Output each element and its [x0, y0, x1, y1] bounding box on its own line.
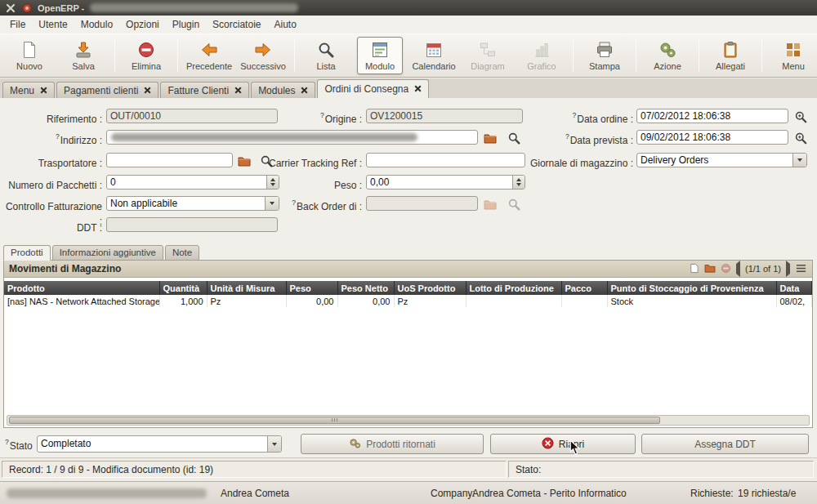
tab-fatture-clienti[interactable]: Fatture Clienti — [160, 82, 249, 98]
column-header-prodotto[interactable]: Prodotto — [4, 281, 159, 295]
open-folder-icon[interactable] — [483, 131, 498, 145]
cell-peso-netto: 0,00 — [337, 295, 394, 307]
column-header-quantita[interactable]: Quantità — [159, 281, 207, 295]
new-line-icon[interactable] — [689, 263, 699, 275]
tab-note[interactable]: Note — [165, 245, 199, 261]
stock-moves-table: Prodotto Quantità Unità di Misura Peso P… — [4, 281, 812, 307]
data-prevista-field[interactable] — [636, 130, 788, 145]
tab-close-icon[interactable] — [144, 85, 151, 96]
calendar-view-icon — [424, 40, 444, 60]
list-view-button[interactable]: Lista — [303, 37, 349, 74]
switch-view-icon[interactable] — [795, 263, 807, 275]
open-line-icon[interactable] — [704, 263, 716, 274]
calendar-view-button[interactable]: Calendario — [411, 37, 457, 74]
toolbar-separator — [761, 39, 762, 72]
previous-icon — [199, 40, 219, 60]
toolbar-separator — [573, 39, 574, 72]
close-window-icon[interactable] — [5, 2, 16, 13]
action-button[interactable]: Azione — [645, 37, 690, 74]
previous-page-icon[interactable] — [736, 264, 740, 274]
spin-arrows-icon[interactable] — [512, 176, 525, 189]
cell-prodotto: [nas] NAS - Network Attached Storage — [4, 295, 159, 307]
riapri-button[interactable]: Riapri — [490, 434, 636, 454]
menu-plugin[interactable]: Plugin — [166, 16, 206, 33]
graph-view-icon — [532, 40, 551, 60]
new-button[interactable]: Nuovo — [7, 37, 52, 74]
ddt-field — [106, 217, 278, 232]
menu-utente[interactable]: Utente — [32, 16, 74, 33]
toolbar: Nuovo Salva Elimina Precedente Successiv… — [0, 33, 817, 78]
statusbar: Record: 1 / 9 di 9 - Modifica documento … — [0, 457, 817, 482]
tab-informazioni-aggiuntive[interactable]: Informazioni aggiuntive — [52, 245, 163, 261]
menu-scorciatoie[interactable]: Scorciatoie — [206, 16, 267, 33]
tab-prodotti[interactable]: Prodotti — [3, 245, 51, 261]
bottombar: Andrea Cometa Company: Andrea Cometa - P… — [0, 481, 817, 504]
data-ordine-label: ?Data ordine : — [498, 109, 633, 123]
new-record-icon — [20, 40, 39, 60]
print-button[interactable]: Stampa — [582, 37, 627, 74]
carrier-tracking-label: Carrier Tracking Ref : — [248, 153, 362, 167]
zoom-date-icon[interactable] — [793, 109, 808, 123]
attachments-button[interactable]: Allegati — [708, 37, 753, 74]
column-header-peso-netto[interactable]: Peso Netto — [337, 281, 394, 295]
cell-punto-di-stoccaggio: Stock — [607, 295, 776, 307]
chevron-down-icon[interactable] — [267, 436, 281, 452]
workflow-actions: ?Stato : Completato Prodotti ritornati R… — [0, 431, 817, 457]
tab-close-icon[interactable] — [234, 85, 242, 96]
toolbar-separator — [177, 39, 178, 72]
menu-aiuto[interactable]: Aiuto — [267, 16, 302, 33]
chevron-down-icon[interactable] — [792, 154, 806, 167]
redacted-text — [90, 3, 298, 12]
titlebar: OpenERP - — [0, 0, 817, 16]
save-button[interactable]: Salva — [60, 37, 106, 74]
tab-close-icon[interactable] — [301, 85, 308, 96]
tab-ordini-di-consegna[interactable]: Ordini di Consegna — [317, 79, 429, 98]
zoom-date-icon[interactable] — [793, 131, 808, 145]
scrollbar-thumb[interactable] — [9, 417, 660, 424]
next-page-icon[interactable] — [786, 264, 790, 274]
column-header-lotto-di-produzione[interactable]: Lotto di Produzione — [466, 281, 561, 295]
form-notebook: Prodotti Informazioni aggiuntive Note Mo… — [3, 245, 813, 428]
peso-label: Peso : — [248, 175, 362, 190]
menu-modulo[interactable]: Modulo — [74, 16, 119, 33]
table-row[interactable]: [nas] NAS - Network Attached Storage 1,0… — [4, 295, 812, 307]
column-header-uos-prodotto[interactable]: UoS Prodotto — [394, 281, 466, 295]
column-header-pacco[interactable]: Pacco — [561, 281, 607, 295]
stato-combobox[interactable]: Completato — [37, 435, 282, 453]
column-header-unita-di-misura[interactable]: Unità di Misura — [207, 281, 286, 295]
column-header-peso[interactable]: Peso — [286, 281, 337, 295]
delivery-order-form: Riferimento : ?Origine : ?Data ordine : … — [0, 98, 817, 245]
requests-count[interactable]: 19 richiesta/e — [738, 488, 796, 499]
tab-menu[interactable]: Menu — [2, 82, 55, 98]
toolbar-separator — [294, 39, 295, 72]
app-icon — [21, 2, 32, 13]
cancel-red-icon — [542, 437, 554, 452]
delete-button[interactable]: Elimina — [123, 37, 169, 74]
menu-opzioni[interactable]: Opzioni — [119, 16, 166, 33]
openerp-window: OpenERP - File Utente Modulo Opzioni Plu… — [0, 0, 817, 504]
menu-file[interactable]: File — [3, 16, 32, 33]
prodotti-ritornati-button[interactable]: Prodotti ritornati — [301, 434, 484, 454]
requests-label: Richieste: — [690, 488, 734, 499]
tab-close-icon[interactable] — [40, 85, 47, 96]
horizontal-scrollbar[interactable] — [7, 415, 810, 426]
column-header-data[interactable]: Data — [776, 281, 812, 295]
next-button[interactable]: Successivo — [240, 37, 286, 74]
tab-close-icon[interactable] — [414, 83, 422, 95]
column-header-punto-di-stoccaggio[interactable]: Punto di Stoccaggio di Provenienza — [607, 281, 776, 295]
previous-button[interactable]: Precedente — [186, 37, 232, 74]
data-ordine-field[interactable] — [636, 109, 788, 123]
gears-icon — [349, 437, 361, 452]
assegna-ddt-button[interactable]: Assegna DDT — [641, 434, 809, 454]
cell-uos-prodotto: Pz — [394, 295, 466, 307]
menu-button[interactable]: Menu — [770, 37, 816, 74]
giornale-combobox[interactable]: Delivery Orders — [636, 153, 807, 167]
diagram-view-icon — [478, 40, 498, 60]
form-view-button[interactable]: Modulo — [357, 37, 403, 74]
trasportatore-field[interactable] — [106, 153, 233, 167]
peso-stepper[interactable]: 0,00 — [366, 175, 525, 190]
indirizzo-label: ?Indirizzo : — [0, 130, 102, 145]
toolbar-separator — [699, 39, 699, 72]
tab-modules[interactable]: Modules — [251, 82, 315, 98]
tab-pagamenti-clienti[interactable]: Pagamenti clienti — [56, 82, 158, 98]
